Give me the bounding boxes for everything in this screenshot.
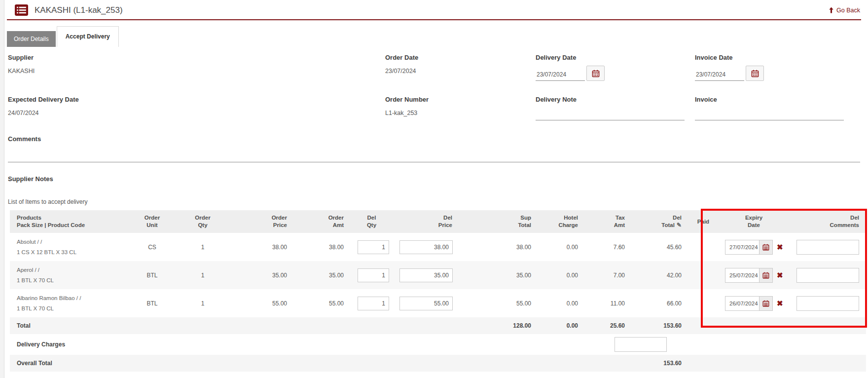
order-price-cell: 35.00 [232,261,294,289]
order-qty-cell: 1 [173,289,232,317]
sup-total-cell: 55.00 [459,289,538,317]
col-order-unit: OrderUnit [131,210,173,233]
del-comments-input[interactable] [796,296,859,311]
delivery-charges-input[interactable] [615,337,667,352]
totals-tax-amt: 25.60 [585,317,632,334]
del-total-cell: 45.60 [632,233,688,261]
delivery-date-input[interactable] [536,68,585,81]
col-sup-total: SupTotal [459,210,538,233]
supplier-notes-label: Supplier Notes [8,175,860,183]
tab-bar: Order Details Accept Delivery [7,26,868,47]
delivery-charges-row: Delivery Charges [10,334,866,355]
invoice-input[interactable] [695,108,844,120]
delivery-note-input[interactable] [536,108,685,120]
order-amt-cell: 38.00 [294,233,351,261]
order-amt-cell: 55.00 [294,289,351,317]
del-total-cell: 42.00 [632,261,688,289]
clear-expiry-button[interactable]: ✖ [777,300,783,307]
order-list-icon [15,4,28,16]
expiry-date-calendar-button[interactable] [759,297,772,310]
del-price-input[interactable] [399,240,453,254]
del-qty-input[interactable] [358,240,389,254]
overall-total-label: Overall Total [10,355,632,372]
product-cell: Aperol / / 1 BTL X 70 CL [10,261,131,289]
hotel-charge-cell: 0.00 [538,289,585,317]
overall-total-value: 153.60 [632,355,688,372]
totals-hotel-charge: 0.00 [538,317,585,334]
tab-order-details[interactable]: Order Details [7,31,56,47]
col-tax-amt: TaxAmt [585,210,632,233]
invoice-date-input[interactable] [695,68,744,81]
paid-cell [688,233,718,261]
order-unit-cell: BTL [131,289,173,317]
del-comments-input[interactable] [796,268,859,283]
del-total-cell: 66.00 [632,289,688,317]
col-expiry-date: ExpiryDate [718,210,790,233]
field-supplier: Supplier KAKASHI [8,54,385,81]
go-back-link[interactable]: Go Back [829,7,860,14]
paid-cell [688,289,718,317]
del-comments-input[interactable] [796,240,859,255]
hotel-charge-cell: 0.00 [538,233,585,261]
order-qty-cell: 1 [173,233,232,261]
item-row: Albarino Ramon Bilbao / / 1 BTL X 70 CL … [10,289,866,317]
left-edge-strip [0,0,4,378]
field-delivery-note: Delivery Note [536,96,695,120]
items-table-wrap: ProductsPack Size | Product Code OrderUn… [10,210,866,372]
order-number-value: L1-kak_253 [385,110,536,117]
col-del-total: Del Total✎ [632,210,688,233]
totals-del-total: 153.60 [632,317,688,334]
order-date-value: 23/07/2024 [385,68,536,75]
delivery-date-calendar-button[interactable] [586,66,605,81]
overall-total-row: Overall Total 153.60 [10,355,866,372]
field-supplier-notes: Supplier Notes [8,175,860,183]
edit-del-total-icon[interactable]: ✎ [677,222,682,228]
del-price-input[interactable] [399,268,453,282]
tab-accept-delivery[interactable]: Accept Delivery [57,26,119,47]
sup-total-cell: 38.00 [459,233,538,261]
item-row: Absolut / / 1 CS X 12 BTL X 33 CL CS 1 3… [10,233,866,261]
col-del-comments: DelComments [790,210,866,233]
field-expected-delivery-date: Expected Delivery Date 24/07/2024 [8,96,385,120]
invoice-date-calendar-button[interactable] [746,66,764,81]
comments-input[interactable] [8,151,860,162]
del-qty-input[interactable] [358,268,389,282]
order-unit-cell: CS [131,233,173,261]
order-number-label: Order Number [385,96,536,103]
calendar-icon [762,244,769,251]
header-divider [7,19,861,20]
expiry-date-input[interactable] [725,240,759,254]
expiry-date-input[interactable] [725,297,759,310]
col-hotel-charge: HotelCharge [538,210,585,233]
col-order-amt: OrderAmt [294,210,351,233]
page-header: KAKASHI (L1-kak_253) Go Back [0,0,868,16]
tax-amt-cell: 7.00 [585,261,632,289]
order-qty-cell: 1 [173,261,232,289]
field-comments: Comments [8,135,860,162]
items-caption: List of Items to accept delivery [8,198,860,205]
expiry-date-input[interactable] [725,268,759,282]
order-date-label: Order Date [385,54,536,61]
totals-label: Total [10,317,459,334]
clear-expiry-button[interactable]: ✖ [777,271,783,279]
expected-delivery-date-label: Expected Delivery Date [8,96,385,103]
item-row: Aperol / / 1 BTL X 70 CL BTL 1 35.00 35.… [10,261,866,289]
expected-delivery-date-value: 24/07/2024 [8,110,385,117]
order-price-cell: 38.00 [232,233,294,261]
field-order-date: Order Date 23/07/2024 [385,54,536,81]
delivery-date-label: Delivery Date [536,54,695,61]
calendar-icon [762,300,769,307]
field-order-number: Order Number L1-kak_253 [385,96,536,120]
expiry-date-calendar-button[interactable] [759,240,772,254]
order-form: Supplier KAKASHI Order Date 23/07/2024 D… [8,54,860,120]
clear-expiry-button[interactable]: ✖ [777,243,783,251]
expiry-date-calendar-button[interactable] [759,268,772,282]
items-header-row: ProductsPack Size | Product Code OrderUn… [10,210,866,233]
del-qty-input[interactable] [358,297,389,310]
comments-label: Comments [8,135,860,143]
invoice-date-label: Invoice Date [695,54,860,61]
page-title: KAKASHI (L1-kak_253) [35,5,123,15]
tax-amt-cell: 7.60 [585,233,632,261]
del-price-input[interactable] [399,297,453,310]
order-unit-cell: BTL [131,261,173,289]
